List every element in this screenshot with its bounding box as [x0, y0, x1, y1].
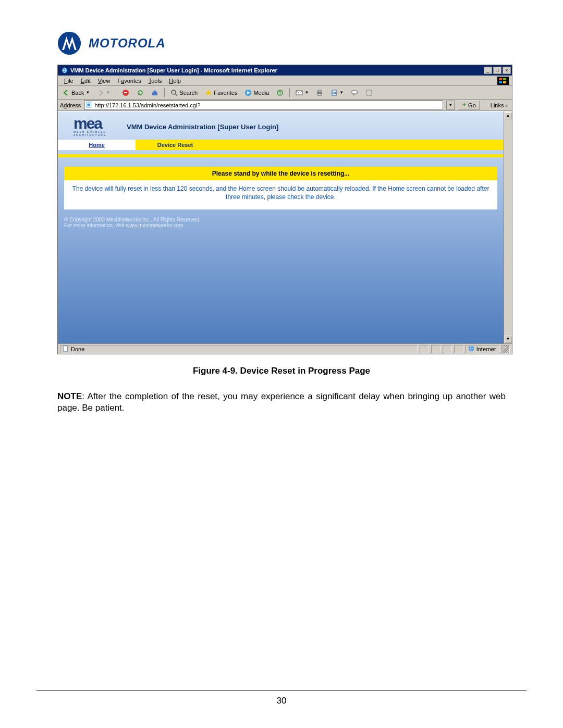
ie-throbber-icon	[497, 77, 509, 85]
forward-dropdown-icon[interactable]: ▼	[106, 90, 110, 95]
svg-rect-5	[503, 81, 506, 83]
menu-bar: File Edit View Favorites Tools Help	[58, 76, 512, 86]
refresh-button[interactable]	[134, 88, 146, 98]
page-number: 30	[0, 696, 563, 706]
mea-logo: mea MESH ENABLED ARCHITECTURE	[74, 117, 112, 137]
resize-grip-icon[interactable]	[501, 345, 510, 353]
back-button[interactable]: Back ▼	[60, 88, 92, 98]
svg-rect-19	[352, 91, 357, 94]
scroll-down-button[interactable]: ▼	[505, 336, 512, 343]
extra-button[interactable]	[363, 88, 375, 98]
address-field-wrap	[84, 101, 443, 110]
svg-point-0	[58, 32, 81, 55]
svg-rect-15	[318, 90, 321, 92]
links-button[interactable]: Links »	[488, 102, 510, 108]
print-button[interactable]	[313, 88, 326, 98]
note-body: : After the completion of the reset, you…	[57, 391, 506, 413]
page-footer: © Copyright 2003 MeshNetworks Inc., All …	[64, 217, 497, 228]
mail-icon	[296, 89, 303, 96]
page-title: VMM Device Administration [Super User Lo…	[127, 123, 278, 131]
copyright-text: © Copyright 2003 MeshNetworks Inc., All …	[64, 217, 497, 223]
svg-rect-23	[64, 346, 68, 351]
reset-panel: Please stand by while the device is rese…	[64, 167, 497, 209]
discuss-button[interactable]	[348, 88, 361, 98]
extra-icon	[365, 89, 373, 96]
menu-view[interactable]: View	[95, 77, 114, 85]
menu-edit[interactable]: Edit	[78, 77, 94, 85]
status-text: Done	[71, 346, 84, 352]
svg-rect-7	[124, 92, 127, 93]
back-dropdown-icon[interactable]: ▼	[85, 90, 90, 95]
history-button[interactable]	[274, 88, 286, 98]
discuss-icon	[351, 89, 358, 96]
favorites-button[interactable]: Favorites	[202, 88, 240, 98]
status-bar: Done Internet	[58, 343, 512, 354]
ie-app-icon	[61, 67, 68, 74]
menu-help[interactable]: Help	[166, 77, 184, 85]
search-label: Search	[179, 90, 198, 96]
ie-window: VMM Device Administration [Super User Lo…	[57, 65, 512, 354]
svg-rect-2	[499, 78, 502, 80]
footer-rule	[36, 690, 527, 690]
tab-device-reset[interactable]: Device Reset	[136, 140, 214, 150]
window-titlebar: VMM Device Administration [Super User Lo…	[58, 65, 512, 76]
home-icon	[151, 89, 158, 96]
mail-dropdown-icon[interactable]: ▼	[304, 90, 309, 95]
reset-panel-heading: Please stand by while the device is rese…	[64, 167, 497, 180]
favorites-label: Favorites	[214, 90, 237, 96]
window-maximize-button[interactable]: □	[493, 67, 501, 74]
page-icon	[86, 102, 92, 109]
media-button[interactable]: Media	[242, 88, 272, 98]
stop-icon	[122, 89, 129, 96]
edit-dropdown-icon[interactable]: ▼	[339, 90, 344, 95]
go-label: Go	[468, 102, 476, 108]
window-close-button[interactable]: ×	[503, 67, 511, 74]
search-button[interactable]: Search	[168, 88, 200, 98]
menu-file[interactable]: File	[61, 77, 77, 85]
note-label: NOTE	[57, 391, 82, 401]
scroll-up-button[interactable]: ▲	[505, 112, 512, 119]
motorola-logo-icon	[57, 31, 81, 55]
moreinfo-link[interactable]: www.meshnetworks.com	[126, 223, 183, 228]
figure-caption: Figure 4-9. Device Reset in Progress Pag…	[36, 366, 527, 376]
go-button[interactable]: Go	[458, 101, 480, 110]
stop-button[interactable]	[119, 88, 132, 98]
status-pane-1	[420, 345, 429, 353]
menu-tools[interactable]: Tools	[145, 77, 165, 85]
svg-line-9	[175, 94, 177, 96]
moreinfo-prefix: For more information, visit	[64, 223, 126, 228]
media-label: Media	[253, 90, 269, 96]
address-input[interactable]	[94, 102, 441, 108]
forward-button[interactable]: ▼	[94, 88, 113, 98]
moreinfo-suffix: .	[183, 223, 185, 228]
svg-rect-16	[318, 94, 321, 95]
status-pane-3	[443, 345, 452, 353]
favorites-star-icon	[205, 89, 212, 96]
search-icon	[170, 89, 178, 96]
back-arrow-icon	[63, 89, 70, 96]
edit-button[interactable]: W▼	[328, 88, 346, 98]
forward-arrow-icon	[97, 89, 104, 96]
svg-rect-20	[366, 90, 372, 95]
menu-favorites[interactable]: Favorites	[114, 77, 144, 85]
moreinfo-line: For more information, visit www.meshnetw…	[64, 223, 497, 228]
window-minimize-button[interactable]: _	[484, 67, 492, 74]
svg-rect-4	[499, 81, 502, 83]
home-button[interactable]	[149, 88, 161, 98]
address-label: Address	[60, 102, 81, 108]
history-icon	[276, 89, 284, 96]
security-zone: Internet	[466, 345, 499, 353]
vertical-scrollbar[interactable]: ▲ ▼	[504, 112, 512, 343]
tab-home-link[interactable]: Home	[89, 142, 105, 148]
mail-button[interactable]: ▼	[293, 88, 311, 98]
internet-zone-icon	[468, 346, 474, 353]
status-page-icon	[63, 346, 69, 353]
back-label: Back	[71, 90, 84, 96]
media-icon	[244, 89, 252, 96]
brand-header: MOTOROLA	[57, 31, 527, 55]
tab-strip: Home Device Reset	[58, 140, 504, 150]
address-bar: Address ▼ Go Links »	[58, 100, 512, 111]
zone-label: Internet	[476, 346, 496, 352]
address-dropdown-button[interactable]: ▼	[446, 101, 455, 110]
tab-home[interactable]: Home	[58, 140, 136, 150]
